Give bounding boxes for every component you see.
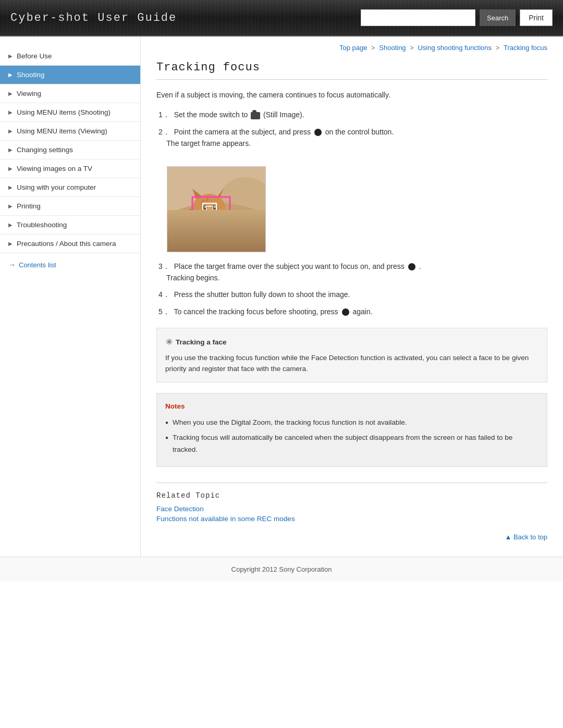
header-controls: Search Print (361, 9, 553, 26)
step-num-2: 2． (158, 128, 170, 136)
main-content: Top page > Shooting > Using shooting fun… (141, 36, 563, 557)
app-title: Cyber-shot User Guide (10, 11, 177, 24)
sidebar-item-label: Using with your computer (17, 183, 96, 191)
sidebar-item-label: Using MENU items (Shooting) (17, 108, 111, 116)
sidebar-item-before-use[interactable]: ▶ Before Use (0, 47, 140, 66)
breadcrumb-top-page[interactable]: Top page (339, 44, 368, 52)
sidebar-item-label: Troubleshooting (17, 221, 67, 229)
step-1: 1． Set the mode switch to (Still Image). (156, 109, 547, 120)
svg-line-13 (199, 211, 208, 213)
tracking-image (167, 166, 266, 252)
sidebar-item-shooting[interactable]: ▶ Shooting (0, 66, 140, 84)
tip-title-text: Tracking a face (176, 337, 227, 348)
copyright: Copyright 2012 Sony Corporation (231, 565, 332, 573)
related-link-functions[interactable]: Functions not available in some REC mode… (156, 515, 547, 523)
contents-link-label: Contents list (19, 261, 56, 269)
sidebar-item-label: Viewing (17, 90, 41, 97)
tip-body: If you use the tracking focus function w… (165, 354, 529, 373)
circle-button-icon-3 (342, 309, 349, 316)
steps-list: 1． Set the mode switch to (Still Image).… (156, 109, 547, 149)
note-item-1: When you use the Digital Zoom, the track… (165, 417, 538, 429)
circle-button-icon (314, 129, 322, 136)
breadcrumb-sep-3: > (496, 44, 501, 52)
article-intro: Even if a subject is moving, the camera … (156, 89, 547, 101)
back-to-top: ▲ Back to top (156, 533, 547, 541)
header: Cyber-shot User Guide Search Print (0, 0, 563, 36)
step-5: 5． To cancel the tracking focus before s… (156, 306, 547, 317)
tip-box: ☀ Tracking a face If you use the trackin… (156, 328, 547, 382)
svg-line-16 (211, 213, 222, 214)
circle-button-icon-2 (408, 263, 415, 270)
sidebar-item-label: Viewing images on a TV (17, 165, 92, 172)
step-2: 2． Point the camera at the subject, and … (156, 126, 547, 150)
svg-line-15 (211, 211, 221, 213)
sidebar: ▶ Before Use ▶ Shooting ▶ Viewing ▶ Usin… (0, 36, 141, 557)
tip-title: ☀ Tracking a face (165, 336, 538, 349)
chevron-right-icon: ▶ (8, 166, 13, 171)
step-3-sub: Tracking begins. (166, 274, 219, 282)
chevron-right-icon: ▶ (8, 184, 13, 190)
sidebar-item-viewing[interactable]: ▶ Viewing (0, 84, 140, 103)
related-link-face-detection[interactable]: Face Detection (156, 505, 547, 513)
print-button[interactable]: Print (520, 9, 553, 26)
breadcrumb-using-shooting[interactable]: Using shooting functions (418, 44, 492, 52)
chevron-right-icon: ▶ (8, 109, 13, 115)
step-num-3: 3． (158, 262, 170, 270)
sidebar-item-changing-settings[interactable]: ▶ Changing settings (0, 141, 140, 159)
footer: Copyright 2012 Sony Corporation (0, 557, 563, 582)
breadcrumb: Top page > Shooting > Using shooting fun… (156, 44, 547, 52)
related-section: Related Topic Face Detection Functions n… (156, 483, 547, 523)
breadcrumb-sep-2: > (410, 44, 415, 52)
svg-point-4 (178, 206, 235, 242)
step-4: 4． Press the shutter button fully down t… (156, 289, 547, 300)
sidebar-item-printing[interactable]: ▶ Printing (0, 197, 140, 216)
svg-point-12 (208, 211, 211, 213)
arrow-right-icon: → (8, 261, 16, 269)
notes-title: Notes (165, 401, 538, 413)
sidebar-item-viewing-tv[interactable]: ▶ Viewing images on a TV (0, 159, 140, 178)
contents-list-link[interactable]: → Contents list (0, 253, 140, 276)
content-area: ▶ Before Use ▶ Shooting ▶ Viewing ▶ Usin… (0, 36, 563, 557)
tip-icon: ☀ (165, 336, 173, 349)
cat-svg (167, 167, 266, 252)
sidebar-item-using-menu-shooting[interactable]: ▶ Using MENU items (Shooting) (0, 103, 140, 122)
chevron-right-icon: ▶ (8, 128, 13, 134)
sidebar-item-precautions[interactable]: ▶ Precautions / About this camera (0, 235, 140, 253)
sidebar-item-using-menu-viewing[interactable]: ▶ Using MENU items (Viewing) (0, 122, 140, 141)
breadcrumb-current: Tracking focus (504, 44, 547, 52)
step-num-4: 4． (158, 290, 170, 299)
chevron-right-icon: ▶ (8, 241, 13, 246)
svg-rect-2 (167, 219, 266, 252)
sidebar-item-using-computer[interactable]: ▶ Using with your computer (0, 178, 140, 197)
chevron-right-icon: ▶ (8, 72, 13, 78)
notes-box: Notes When you use the Digital Zoom, the… (156, 393, 547, 467)
note-item-2: Tracking focus will automatically be can… (165, 432, 538, 456)
sidebar-item-label: Shooting (17, 71, 44, 79)
camera-icon (251, 112, 260, 119)
search-button[interactable]: Search (480, 9, 516, 26)
breadcrumb-shooting[interactable]: Shooting (379, 44, 406, 52)
notes-list: When you use the Digital Zoom, the track… (165, 417, 538, 456)
related-title: Related Topic (156, 491, 547, 500)
chevron-right-icon: ▶ (8, 222, 13, 228)
svg-rect-20 (203, 203, 216, 216)
chevron-right-icon: ▶ (8, 91, 13, 96)
search-input[interactable] (361, 9, 475, 26)
step-num-5: 5． (158, 307, 170, 316)
sidebar-item-label: Using MENU items (Viewing) (17, 127, 107, 135)
article-title: Tracking focus (156, 61, 547, 80)
chevron-right-icon: ▶ (8, 147, 13, 153)
sidebar-item-label: Printing (17, 202, 41, 210)
sidebar-item-label: Before Use (17, 52, 52, 60)
step-2-sub: The target frame appears. (166, 139, 251, 147)
sidebar-item-label: Precautions / About this camera (17, 240, 116, 248)
back-to-top-link[interactable]: ▲ Back to top (505, 533, 547, 541)
chevron-right-icon: ▶ (8, 203, 13, 209)
sidebar-item-troubleshooting[interactable]: ▶ Troubleshooting (0, 216, 140, 235)
step-3: 3． Place the target frame over the subje… (156, 261, 547, 284)
tracking-image-container (167, 166, 266, 252)
chevron-right-icon: ▶ (8, 53, 13, 59)
steps-list-cont: 3． Place the target frame over the subje… (156, 261, 547, 318)
step-num-1: 1． (158, 110, 170, 119)
breadcrumb-sep-1: > (371, 44, 377, 52)
